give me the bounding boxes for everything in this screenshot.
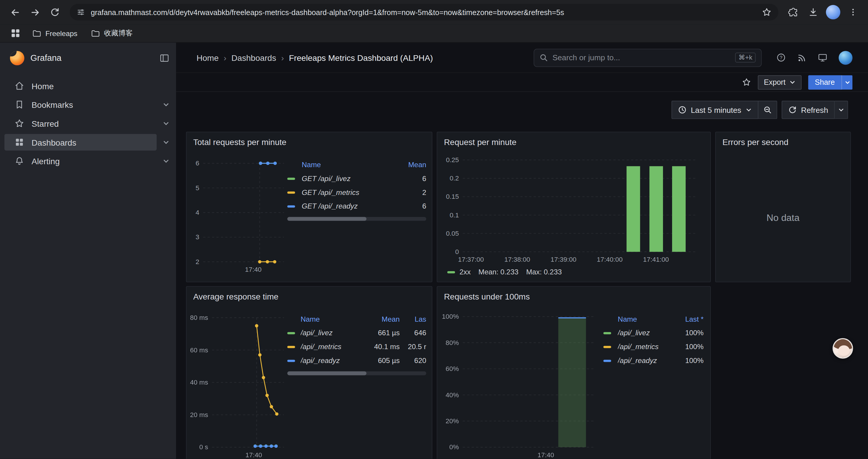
chevron-down-icon[interactable] [163,120,169,127]
legend-col-last[interactable]: Las [403,315,426,323]
legend-col-name[interactable]: Name [618,315,674,323]
time-range-label: Last 5 minutes [691,105,741,114]
profile-avatar [826,5,840,20]
news-rss-button[interactable] [797,53,807,62]
sidebar-header: Grafana [0,42,176,73]
series-name[interactable]: GET /api/_livez [302,174,394,183]
share-menu-button[interactable] [841,75,852,90]
legend-col-name[interactable]: Name [302,160,394,169]
series-name[interactable]: /api/_livez [301,329,363,337]
panel-avg-response-time[interactable]: Average response time 80 ms60 ms40 ms20 … [186,286,433,459]
url-text[interactable]: grafana.mathmast.com/d/deytv4rwavabkb/fr… [91,8,756,16]
site-settings-icon[interactable] [76,8,85,17]
panel-request-per-minute[interactable]: Request per minute 0.250.20.150.10.05017… [437,132,711,282]
legend-scrollbar[interactable] [287,217,426,221]
search-box[interactable]: ⌘+k [533,48,762,67]
bookmark-label: 收藏博客 [104,28,133,38]
panel-total-requests[interactable]: Total requests per minute 6543217:40 Nam… [186,132,433,282]
back-button[interactable] [6,3,25,22]
downloads-button[interactable] [804,3,823,22]
scrollbar-thumb[interactable] [287,371,366,375]
sidebar-item-bookmarks[interactable]: Bookmarks [0,95,176,114]
breadcrumb-dashboards[interactable]: Dashboards [231,53,276,62]
series-name[interactable]: GET /api/_readyz [302,202,394,210]
reload-button[interactable] [45,3,64,22]
legend-col-last[interactable]: Last * [677,315,704,323]
sidebar-item-alerting[interactable]: Alerting [0,152,176,170]
bookmark-star-icon[interactable] [762,7,772,17]
apps-button[interactable] [8,25,23,41]
breadcrumb-separator: › [224,53,226,62]
total-requests-chart: 6543217:40 [189,158,287,275]
legend-row: GET /api/_livez 6 [287,172,426,186]
series-name[interactable]: 2xx [459,268,471,276]
series-name[interactable]: /api/_livez [618,329,674,337]
series-name[interactable]: GET /api/_metrics [302,188,394,196]
svg-text:0.25: 0.25 [446,156,459,164]
under-100ms-chart: 100%80%60%40%20%0%17:40 [440,311,599,459]
export-button[interactable]: Export [758,75,802,90]
panel-title: Request per minute [444,137,517,147]
sidebar-item-label: Alerting [32,156,60,166]
series-last: 100% [677,357,704,365]
refresh-interval-button[interactable] [835,101,848,119]
reload-icon [50,7,60,17]
series-color-dash [603,346,611,348]
series-name[interactable]: /api/_readyz [618,357,674,365]
legend-col-name[interactable]: Name [301,315,363,323]
series-last: 646 [403,329,426,337]
grafana-logo[interactable] [10,51,25,65]
refresh-button[interactable]: Refresh [782,101,835,119]
sidebar-item-dashboards[interactable]: Dashboards [0,133,176,152]
refresh-label: Refresh [801,105,828,114]
chevron-down-icon [844,79,850,85]
kiosk-monitor-button[interactable] [817,53,828,63]
time-range-picker[interactable]: Last 5 minutes [672,101,758,119]
legend-col-mean[interactable]: Mean [397,160,426,169]
zoom-out-icon [764,106,772,114]
sidebar-item-starred[interactable]: Starred [0,114,176,133]
svg-text:17:37:00: 17:37:00 [458,256,484,263]
bookmark-folder-freeleaps[interactable]: Freeleaps [28,27,82,40]
share-button[interactable]: Share [808,75,841,90]
floating-assistant-avatar[interactable] [833,338,853,359]
forward-button[interactable] [25,3,44,22]
chevron-down-icon[interactable] [163,139,169,145]
sidebar-item-home[interactable]: Home [0,76,176,95]
chevron-down-icon[interactable] [163,158,169,164]
breadcrumb-home[interactable]: Home [196,53,219,62]
address-bar[interactable]: grafana.mathmast.com/d/deytv4rwavabkb/fr… [70,4,778,21]
series-mean: 6 [397,202,426,210]
chevron-down-icon[interactable] [163,101,169,108]
legend-col-mean[interactable]: Mean [366,315,399,323]
search-input[interactable] [553,53,731,62]
series-mean: 2 [397,188,426,196]
user-avatar[interactable] [839,51,852,64]
bookmark-folder-blogs[interactable]: 收藏博客 [86,27,137,40]
series-color-dash [603,359,611,362]
grafana-page: Grafana Home Bookmarks Starred [0,42,868,459]
series-name[interactable]: /api/_readyz [301,357,363,365]
legend-row: /api/_readyz 100% [603,354,704,367]
breadcrumb: Home › Dashboards › Freeleaps Metrics Da… [196,53,433,62]
export-label: Export [764,78,785,86]
help-button[interactable]: ? [776,53,786,63]
chevron-down-icon [746,107,752,113]
panel-errors-per-second[interactable]: Errors per second No data [715,132,851,282]
series-color-dash [287,205,295,207]
extensions-button[interactable] [784,3,803,22]
legend-scrollbar[interactable] [287,371,426,375]
browser-menu-button[interactable] [844,3,863,22]
svg-text:6: 6 [195,160,199,167]
scrollbar-thumb[interactable] [287,217,366,221]
favorite-star-button[interactable] [742,77,751,87]
panel-under-100ms[interactable]: Requests under 100ms 100%80%60%40%20%0%1… [437,286,711,459]
svg-text:5: 5 [195,184,199,192]
collapse-sidebar-button[interactable] [159,53,169,63]
series-mean: Mean: 0.233 [478,268,518,276]
svg-text:17:41:00: 17:41:00 [643,256,669,263]
series-name[interactable]: /api/_metrics [618,342,674,351]
zoom-out-button[interactable] [758,101,777,119]
series-name[interactable]: /api/_metrics [301,342,363,351]
profile-button[interactable] [824,3,843,22]
